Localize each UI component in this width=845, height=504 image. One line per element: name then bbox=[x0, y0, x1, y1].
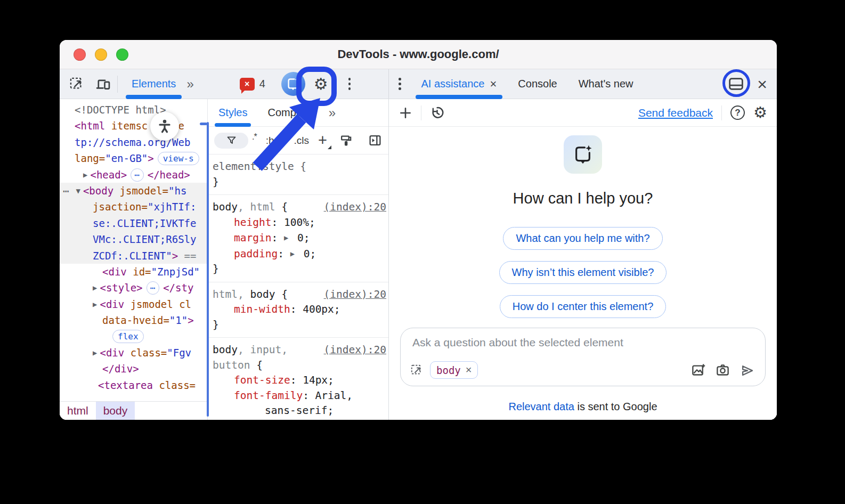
css-declaration[interactable]: height: 100%; bbox=[213, 215, 386, 231]
css-declaration[interactable]: sans-serif; bbox=[213, 403, 386, 419]
suggestion-button[interactable]: How do I center this element? bbox=[500, 295, 667, 318]
tab-ai-assistance[interactable]: AI assistance × bbox=[414, 69, 505, 99]
dom-tree-line[interactable]: lang="en-GB">view-s bbox=[60, 150, 207, 166]
more-sidebar-tabs-icon[interactable]: » bbox=[329, 105, 335, 120]
sidebar-toggle-icon[interactable] bbox=[368, 134, 382, 147]
dom-tree-line[interactable]: <textarea class= bbox=[60, 377, 207, 393]
code-token: </head> bbox=[148, 169, 190, 181]
ask-icons bbox=[691, 363, 754, 377]
devtools-toolbar: Elements » × 4 ⚙ A bbox=[60, 69, 777, 99]
toggle-classes-button[interactable]: .cls bbox=[294, 135, 310, 147]
style-rule[interactable]: element.style {} bbox=[208, 155, 388, 195]
dom-tree-line[interactable]: se:.CLIENT;IVKTfe bbox=[60, 215, 207, 231]
dom-tree[interactable]: <!DOCTYPE html><html itemsc itetp://sche… bbox=[60, 99, 207, 401]
chip-close-icon[interactable]: × bbox=[466, 364, 472, 376]
more-options-icon[interactable] bbox=[346, 76, 353, 92]
dom-tree-line[interactable]: ⋯▼<body jsmodel="hs bbox=[60, 183, 207, 199]
stylesheet-source-link[interactable]: (index):20 bbox=[324, 343, 386, 358]
settings-gear-icon[interactable]: ⚙ bbox=[314, 76, 328, 92]
dom-tree-line[interactable]: ▶<div jsmodel cl bbox=[60, 296, 207, 312]
css-declaration[interactable]: font-size: 14px; bbox=[213, 373, 386, 388]
dom-tree-line[interactable]: flex bbox=[60, 328, 207, 344]
tab-elements[interactable]: Elements bbox=[124, 69, 183, 99]
stylesheet-source-link[interactable]: (index):20 bbox=[324, 200, 386, 215]
camera-icon[interactable] bbox=[716, 363, 730, 377]
code-token: height bbox=[234, 216, 271, 229]
help-icon[interactable]: ? bbox=[730, 105, 745, 120]
send-icon[interactable] bbox=[740, 363, 754, 377]
css-declaration[interactable]: color: var(--YLNNHc bbox=[213, 419, 386, 420]
adorner-badge[interactable]: view-s bbox=[158, 152, 199, 165]
dom-tree-line[interactable]: jsaction="xjhTIf: bbox=[60, 199, 207, 215]
disclosure-triangle-icon[interactable]: ▶ bbox=[83, 170, 87, 179]
css-declaration[interactable]: font-family: Arial, bbox=[213, 388, 386, 404]
close-window-button[interactable] bbox=[74, 48, 86, 61]
css-declaration[interactable]: margin: ▶ 0; bbox=[213, 230, 386, 246]
tab-console[interactable]: Console bbox=[510, 69, 564, 99]
ask-question-box[interactable]: Ask a question about the selected elemen… bbox=[400, 328, 766, 386]
css-declaration[interactable]: min-width: 400px; bbox=[213, 302, 386, 318]
tab-styles[interactable]: Styles bbox=[213, 99, 253, 126]
selected-element-chip[interactable]: body × bbox=[430, 361, 478, 379]
ask-input[interactable]: Ask a question about the selected elemen… bbox=[410, 336, 754, 349]
divider bbox=[721, 105, 722, 120]
breadcrumb-item-body[interactable]: body bbox=[96, 402, 135, 420]
toggle-hover-state-button[interactable]: :hov bbox=[266, 135, 285, 147]
minimize-window-button[interactable] bbox=[95, 48, 107, 61]
close-tab-icon[interactable]: × bbox=[490, 77, 497, 91]
disclosure-triangle-icon[interactable]: ▶ bbox=[93, 348, 97, 357]
dom-tree-line[interactable]: <!DOCTYPE html> bbox=[60, 102, 207, 118]
suggestion-button[interactable]: Why isn’t this element visible? bbox=[499, 261, 667, 284]
titlebar[interactable]: DevTools - www.google.com/ bbox=[60, 40, 777, 69]
add-image-icon[interactable] bbox=[691, 363, 705, 377]
select-element-icon[interactable] bbox=[410, 364, 423, 377]
disclosure-triangle-icon[interactable]: ▶ bbox=[93, 300, 97, 308]
device-toolbar-icon[interactable] bbox=[95, 76, 111, 92]
dom-tree-line[interactable]: <html itemsc ite bbox=[60, 118, 207, 134]
style-rule[interactable]: html, body {(index):20min-width: 400px;} bbox=[208, 282, 388, 338]
dom-tree-line[interactable]: VMc:.CLIENT;R6Sly bbox=[60, 231, 207, 247]
tab-ai-assistance-label: AI assistance bbox=[421, 78, 485, 90]
expand-dots-icon[interactable]: ⋯ bbox=[147, 281, 160, 295]
disclosure-triangle-icon[interactable]: ▶ bbox=[93, 283, 97, 292]
disclosure-triangle-icon[interactable]: ▼ bbox=[76, 186, 80, 195]
rendering-emulation-icon[interactable] bbox=[339, 134, 353, 147]
disclosure-triangle-icon[interactable]: ▶ bbox=[284, 233, 288, 242]
inspect-element-icon[interactable] bbox=[69, 77, 84, 91]
dom-tree-line[interactable]: </div> bbox=[60, 361, 207, 377]
dock-side-icon[interactable] bbox=[728, 76, 744, 92]
css-declaration[interactable]: padding: ▶ 0; bbox=[213, 246, 386, 262]
ai-assistance-button[interactable] bbox=[281, 72, 305, 96]
dom-tree-line[interactable]: tp://schema.org/Web bbox=[60, 134, 207, 150]
dom-tree-line[interactable]: <div id="ZnpjSd" bbox=[60, 264, 207, 280]
breadcrumb-item-html[interactable]: html bbox=[60, 402, 96, 420]
tab-whats-new[interactable]: What's new bbox=[571, 69, 641, 99]
dom-tree-line[interactable]: data-hveid="1"> bbox=[60, 312, 207, 328]
dom-tree-line[interactable]: ▶<head>⋯</head> bbox=[60, 167, 207, 183]
style-rule[interactable]: body, input,button {(index):20font-size:… bbox=[208, 338, 388, 420]
expand-dots-icon[interactable]: ⋯ bbox=[131, 168, 144, 182]
adorner-badge[interactable]: flex bbox=[112, 330, 144, 343]
tab-computed[interactable]: Computed bbox=[263, 99, 321, 126]
dom-tree-line[interactable]: ▶<style>⋯</sty bbox=[60, 280, 207, 296]
relevant-data-link[interactable]: Relevant data bbox=[508, 401, 574, 412]
filter-styles-input[interactable] bbox=[214, 133, 248, 149]
more-tabs-icon[interactable]: » bbox=[186, 77, 192, 92]
code-token: "ZnpjSd" bbox=[151, 266, 200, 278]
disclosure-triangle-icon[interactable]: ▶ bbox=[290, 249, 295, 258]
send-feedback-link[interactable]: Send feedback bbox=[638, 107, 713, 119]
error-badge-icon[interactable]: × bbox=[240, 78, 255, 91]
code-token: padding bbox=[234, 248, 278, 260]
dom-tree-line[interactable]: ZCDf:.CLIENT"> == bbox=[60, 248, 207, 264]
new-chat-icon[interactable] bbox=[399, 106, 412, 120]
zoom-window-button[interactable] bbox=[116, 48, 128, 61]
suggestion-button[interactable]: What can you help me with? bbox=[503, 227, 662, 250]
new-style-rule-button[interactable]: + bbox=[318, 133, 330, 148]
close-devtools-icon[interactable]: × bbox=[756, 76, 768, 93]
drawer-more-options-icon[interactable] bbox=[396, 76, 403, 92]
ai-settings-gear-icon[interactable]: ⚙ bbox=[753, 105, 767, 120]
dom-tree-line[interactable]: ▶<div class="Fgv bbox=[60, 345, 207, 361]
history-icon[interactable] bbox=[430, 105, 444, 120]
stylesheet-source-link[interactable]: (index):20 bbox=[324, 287, 386, 303]
style-rule[interactable]: body, html {(index):20height: 100%;margi… bbox=[208, 195, 388, 282]
